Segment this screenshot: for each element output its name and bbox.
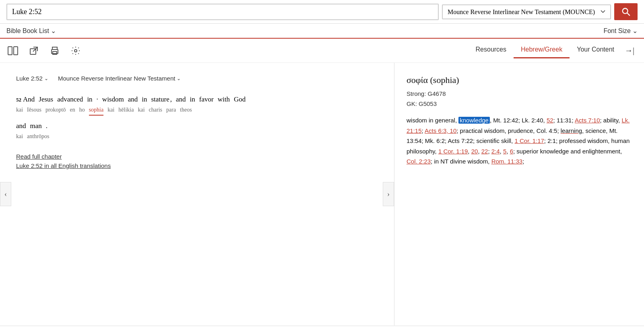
svg-point-8 — [74, 50, 77, 52]
split-view-icon[interactable] — [6, 44, 19, 57]
lk-252-link[interactable]: 52 — [547, 117, 553, 124]
all-translations-link[interactable]: Luke 2:52 in all English translations — [16, 162, 378, 169]
toolbar-tabs: Resources Hebrew/Greek Your Content →| — [469, 43, 638, 58]
search-button[interactable] — [614, 3, 638, 20]
gk-reference: GK: G5053 — [407, 100, 632, 107]
strong-reference: Strong: G4678 — [407, 90, 632, 97]
svg-rect-3 — [14, 47, 18, 55]
word-kai4-gr: kai — [16, 132, 23, 141]
version-chevron: ⌄ — [177, 76, 181, 81]
word-ho-gr: ho — [79, 106, 85, 114]
read-links: Read full chapter Luke 2:52 in all Engli… — [16, 153, 378, 169]
word-in1-gr: en — [70, 106, 75, 114]
learning-underline: learning — [561, 127, 582, 134]
1cor-26-link[interactable]: 6 — [510, 148, 513, 155]
ref-link-version[interactable]: Mounce Reverse Interlinear New Testament… — [58, 75, 181, 82]
word-dot-en: · — [97, 94, 98, 105]
svg-rect-2 — [8, 47, 12, 55]
1cor-120-link[interactable]: 20 — [471, 148, 478, 155]
next-button[interactable]: › — [383, 182, 394, 206]
word-and-gr: kai — [16, 106, 23, 114]
word-theos-gr: theos — [180, 106, 192, 114]
font-size-label: Font Size — [603, 27, 631, 35]
word-charis-gr: charis — [149, 106, 162, 114]
version-label: Mounce Reverse Interlinear New Testament — [58, 75, 175, 82]
word-and4-en: and — [16, 120, 26, 131]
toolbar-left-icons — [6, 44, 82, 57]
word-and3-en: and — [176, 94, 186, 105]
read-full-chapter-link[interactable]: Read full chapter — [16, 153, 378, 160]
bible-book-list[interactable]: Bible Book List ⌄ — [6, 27, 56, 35]
word-anthropos-gr: anthrōpos — [27, 132, 49, 141]
search-input[interactable] — [6, 4, 439, 20]
toolbar: Resources Hebrew/Greek Your Content →| — [0, 39, 644, 63]
knowledge-highlight[interactable]: knowledge — [458, 117, 490, 124]
acts-63-link[interactable]: Acts 6:3, 10 — [425, 127, 456, 134]
right-panel: σοφία (sophia) Strong: G4678 GK: G5053 w… — [394, 63, 644, 325]
left-panel: ‹ Luke 2:52 ⌄ Mounce Reverse Interlinear… — [0, 63, 394, 325]
svg-line-1 — [627, 13, 630, 15]
word-para-gr: para — [166, 106, 176, 114]
word-comma-en: , — [170, 94, 172, 105]
word-advanced-en: advanced — [57, 94, 83, 105]
reference-bar: Luke 2:52 ⌄ Mounce Reverse Interlinear N… — [16, 75, 378, 82]
word-sophia-gr[interactable]: sophia — [89, 106, 104, 115]
word-jesus-gr: Iēsous — [27, 106, 41, 114]
word-kai2-gr: kai — [107, 106, 114, 114]
reference-label: Luke 2:52 — [16, 75, 43, 82]
verse-block: 52 And Jesus advanced in · wisdom and in… — [16, 94, 378, 141]
font-size-control[interactable]: Font Size ⌄ — [603, 27, 638, 35]
1cor-119-link[interactable]: 1 Cor. 1:19 — [438, 148, 468, 155]
definition-text: wisdom in general, knowledge, Mt. 12:42;… — [407, 115, 632, 167]
word-and2-en: and — [128, 94, 138, 105]
bible-book-list-label: Bible Book List — [6, 27, 49, 35]
panel-arrow[interactable]: →| — [621, 43, 638, 58]
prev-button[interactable]: ‹ — [0, 182, 11, 206]
bible-book-list-chevron: ⌄ — [51, 27, 56, 35]
word-helikia-gr: hēlikia — [118, 106, 134, 114]
word-man-en: man — [30, 120, 42, 131]
verse-number: 52 — [16, 96, 21, 104]
word-in2-en: in — [142, 94, 147, 105]
header: Mounce Reverse Interlinear New Testament… — [0, 0, 644, 24]
font-size-chevron: ⌄ — [632, 27, 638, 35]
word-advanced-gr: prokoptō — [45, 106, 66, 114]
ref-link-luke[interactable]: Luke 2:52 ⌄ — [16, 75, 48, 82]
acts-710-link[interactable]: Acts 7:10 — [575, 117, 600, 124]
tab-hebrew-greek[interactable]: Hebrew/Greek — [514, 43, 570, 58]
tab-your-content[interactable]: Your Content — [570, 43, 621, 58]
sub-header: Bible Book List ⌄ Font Size ⌄ — [0, 24, 644, 39]
1cor-24-link[interactable]: 2:4 — [491, 148, 500, 155]
word-stature-en: stature — [151, 94, 169, 105]
word-and-en: And — [23, 94, 35, 105]
word-in3-en: in — [190, 94, 195, 105]
external-link-icon[interactable] — [27, 44, 40, 57]
1cor-25-link[interactable]: 5 — [503, 148, 506, 155]
tab-resources[interactable]: Resources — [469, 43, 514, 58]
1cor-122-link[interactable]: 22 — [481, 148, 488, 155]
svg-line-5 — [33, 47, 37, 52]
col-223-link[interactable]: Col. 2:23 — [407, 158, 431, 165]
greek-word-title: σοφία (sophia) — [407, 75, 632, 85]
version-select[interactable]: Mounce Reverse Interlinear New Testament… — [442, 4, 611, 19]
word-god-en: God — [234, 94, 246, 105]
word-period-en: . — [46, 120, 47, 131]
word-with-en: with — [218, 94, 230, 105]
print-icon[interactable] — [48, 44, 61, 57]
question-section: How can Jesus increase in knowledge when… — [0, 325, 644, 327]
rom-1133-link[interactable]: Rom. 11:33 — [491, 158, 523, 165]
settings-icon[interactable] — [69, 44, 82, 57]
word-in1-en: in — [87, 94, 92, 105]
1cor-117-link[interactable]: 1 Cor. 1:17 — [514, 137, 544, 144]
word-favor-en: favor — [199, 94, 214, 105]
word-kai3-gr: kai — [138, 106, 144, 114]
ref-chevron: ⌄ — [44, 76, 48, 81]
word-wisdom-en: wisdom — [102, 94, 124, 105]
main-content: ‹ Luke 2:52 ⌄ Mounce Reverse Interlinear… — [0, 63, 644, 325]
word-jesus-en: Jesus — [39, 94, 53, 105]
